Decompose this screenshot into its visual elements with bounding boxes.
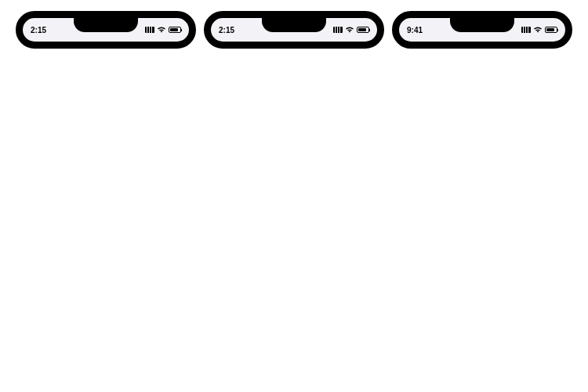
status-time: 9:41 [407, 26, 423, 34]
wifi-icon [533, 26, 543, 34]
battery-icon [545, 27, 557, 33]
notch [262, 18, 326, 32]
battery-icon [357, 27, 369, 33]
cellular-icon [521, 27, 531, 33]
notch [74, 18, 138, 32]
cellular-icon [145, 27, 154, 33]
phone-summary: 2:15 Summary Average Level OK 73 dB for … [16, 11, 196, 49]
battery-icon [169, 27, 181, 33]
wifi-icon [345, 26, 354, 34]
status-time: 2:15 [219, 26, 234, 34]
phone-sleep: 9:41 Sleep Done DWM6M TIME IN BED 7hr 48… [392, 11, 572, 49]
phone-browse: 2:15 Browse 🔍 Search 👤Body Measurements›… [204, 11, 384, 49]
notch [450, 18, 514, 32]
wifi-icon [157, 26, 166, 34]
status-time: 2:15 [31, 26, 46, 34]
cellular-icon [333, 27, 343, 33]
